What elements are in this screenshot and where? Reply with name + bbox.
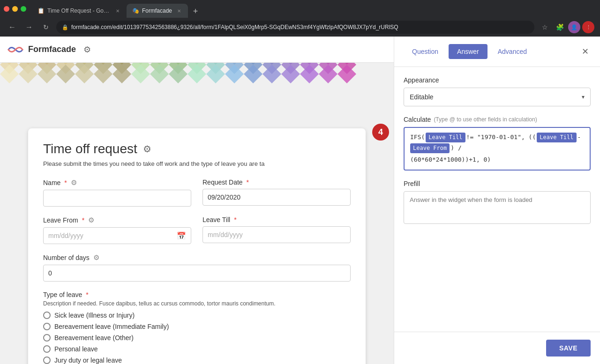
prefill-section: Prefill bbox=[404, 180, 591, 226]
appearance-section: Appearance Editable ▾ bbox=[404, 76, 591, 106]
request-date-value: 09/20/2020 bbox=[208, 193, 240, 201]
extensions-button[interactable]: 🧩 bbox=[553, 21, 566, 34]
tab-question[interactable]: Question bbox=[404, 44, 447, 59]
leave-option-5[interactable]: Jury duty or legal leave bbox=[43, 357, 351, 364]
bookmark-button[interactable]: ☆ bbox=[538, 21, 551, 34]
radio-circle-1 bbox=[43, 312, 51, 319]
leave-from-input[interactable]: mm/dd/yyyy 📅 bbox=[43, 227, 191, 244]
chevron-down-icon: ▾ bbox=[582, 94, 585, 100]
tab2-close-button[interactable]: ✕ bbox=[176, 7, 182, 14]
formula-content: IFS(Leave Till != "1970-01-01", ((Leave … bbox=[410, 133, 584, 153]
settings-button[interactable]: ⚙ bbox=[83, 45, 91, 55]
leave-option-1-label: Sick leave (Illness or Injury) bbox=[54, 312, 135, 319]
appearance-value: Editable bbox=[410, 93, 434, 101]
name-required: * bbox=[64, 179, 67, 186]
address-bar[interactable]: 🔒 formfacade.com/edit/10139775342563886¿… bbox=[56, 21, 534, 34]
prefill-label: Prefill bbox=[404, 180, 591, 187]
save-button[interactable]: SAVE bbox=[546, 340, 591, 357]
browser-tab-2[interactable]: 🎭 Formfacade ✕ bbox=[127, 4, 188, 18]
formula-suffix: ) / bbox=[450, 143, 461, 153]
tab1-close-button[interactable]: ✕ bbox=[115, 7, 120, 14]
tab2-favicon: 🎭 bbox=[132, 7, 139, 14]
app-name: Formfacade bbox=[28, 45, 76, 54]
reload-button[interactable]: ↻ bbox=[39, 21, 52, 34]
request-date-field: Request Date * 09/20/2020 bbox=[202, 178, 351, 207]
formula-suffix2: (60*60*24*1000))+1, 0) bbox=[410, 155, 491, 165]
leave-from-placeholder: mm/dd/yyyy bbox=[48, 232, 83, 239]
panel-tabs: Question Answer Advanced bbox=[404, 44, 535, 59]
name-gear-icon[interactable]: ⚙ bbox=[71, 178, 77, 187]
chrome-menu-button[interactable]: ⋮ bbox=[582, 21, 594, 33]
radio-circle-3 bbox=[43, 334, 51, 342]
number-of-days-input[interactable]: 0 bbox=[43, 265, 351, 282]
tab1-title: Time Off Request - Google For... bbox=[47, 7, 111, 14]
appearance-label: Appearance bbox=[404, 76, 591, 84]
formula-tag-leave-till-1: Leave Till bbox=[426, 133, 465, 142]
leave-option-3-label: Bereavement leave (Other) bbox=[54, 334, 134, 342]
leave-from-required: * bbox=[82, 216, 84, 224]
formula-minus: - bbox=[578, 133, 581, 142]
appearance-select[interactable]: Editable ▾ bbox=[404, 88, 591, 106]
leave-from-gear-icon[interactable]: ⚙ bbox=[88, 216, 94, 224]
type-of-leave-description: Description if needed. Fusce dapibus, te… bbox=[43, 300, 351, 307]
tab2-title: Formfacade bbox=[142, 7, 172, 14]
tab1-favicon: 📋 bbox=[38, 7, 45, 14]
number-of-days-field: Number of days ⚙ 0 bbox=[43, 253, 351, 282]
maximize-traffic-light[interactable] bbox=[21, 6, 26, 12]
leave-option-2-label: Bereavement leave (Immediate Family) bbox=[54, 323, 169, 330]
leave-till-input[interactable]: mm/dd/yyyy bbox=[202, 226, 351, 243]
radio-circle-5 bbox=[43, 357, 51, 364]
radio-circle-4 bbox=[43, 345, 51, 353]
form-card: 4 Time off request ⚙ Please submit the t… bbox=[28, 128, 366, 364]
browser-tab-1[interactable]: 📋 Time Off Request - Google For... ✕ bbox=[32, 4, 126, 18]
leave-option-3[interactable]: Bereavement leave (Other) bbox=[43, 334, 351, 342]
calculate-section: Calculate (Type @ to use other fields in… bbox=[404, 116, 591, 171]
name-input[interactable] bbox=[43, 190, 191, 207]
new-tab-button[interactable]: + bbox=[189, 5, 202, 18]
form-title: Time off request bbox=[43, 141, 137, 156]
leave-option-4-label: Personal leave bbox=[54, 345, 98, 353]
leave-option-5-label: Jury duty or legal leave bbox=[54, 357, 122, 364]
request-date-input[interactable]: 09/20/2020 bbox=[202, 189, 351, 206]
formula-tag-leave-till-2: Leave Till bbox=[537, 133, 576, 142]
tab-advanced[interactable]: Advanced bbox=[489, 44, 535, 59]
minimize-traffic-light[interactable] bbox=[12, 6, 18, 12]
number-of-days-label: Number of days bbox=[43, 254, 90, 261]
leave-option-2[interactable]: Bereavement leave (Immediate Family) bbox=[43, 323, 351, 330]
panel-footer: SAVE bbox=[394, 332, 600, 364]
number-of-days-gear-icon[interactable]: ⚙ bbox=[93, 253, 99, 262]
formula-box[interactable]: IFS(Leave Till != "1970-01-01", ((Leave … bbox=[404, 127, 591, 171]
app-logo: Formfacade bbox=[8, 45, 76, 55]
forward-button[interactable]: → bbox=[22, 21, 36, 34]
calculate-hint: (Type @ to use other fields in calculati… bbox=[434, 116, 537, 123]
request-date-required: * bbox=[247, 178, 249, 186]
type-of-leave-field: Type of leave * Description if needed. F… bbox=[43, 291, 351, 364]
close-panel-button[interactable]: ✕ bbox=[580, 45, 591, 59]
leave-till-placeholder: mm/dd/yyyy bbox=[208, 231, 243, 238]
type-of-leave-label: Type of leave bbox=[43, 291, 82, 298]
back-button[interactable]: ← bbox=[6, 21, 19, 34]
prefill-textarea[interactable] bbox=[404, 191, 591, 224]
name-label: Name bbox=[43, 179, 60, 186]
profile-icon[interactable]: 👤 bbox=[568, 21, 580, 33]
leave-option-1[interactable]: Sick leave (Illness or Injury) bbox=[43, 312, 351, 319]
radio-circle-2 bbox=[43, 323, 51, 330]
address-text: formfacade.com/edit/10139775342563886¿93… bbox=[71, 24, 398, 30]
request-date-label: Request Date bbox=[202, 178, 243, 186]
tab-answer[interactable]: Answer bbox=[449, 44, 488, 59]
name-field: Name * ⚙ bbox=[43, 178, 191, 207]
formula-tag-leave-from: Leave From bbox=[410, 143, 450, 153]
leave-options-list: Sick leave (Illness or Injury) Bereaveme… bbox=[43, 312, 351, 364]
form-title-gear-icon[interactable]: ⚙ bbox=[143, 143, 151, 155]
svg-rect-97 bbox=[0, 97, 375, 111]
leave-option-4[interactable]: Personal leave bbox=[43, 345, 351, 353]
notification-badge: 4 bbox=[372, 124, 389, 141]
logo-icon bbox=[8, 45, 23, 55]
close-traffic-light[interactable] bbox=[4, 6, 9, 12]
leave-till-required: * bbox=[234, 216, 236, 223]
form-subtitle: Please submit the times you need to take… bbox=[43, 160, 351, 167]
panel-header: Question Answer Advanced ✕ bbox=[394, 37, 600, 67]
leave-till-field: Leave Till * mm/dd/yyyy bbox=[202, 216, 351, 244]
panel-body: Appearance Editable ▾ Calculate (Type @ … bbox=[394, 67, 600, 332]
leave-from-calendar-icon: 📅 bbox=[177, 231, 186, 240]
